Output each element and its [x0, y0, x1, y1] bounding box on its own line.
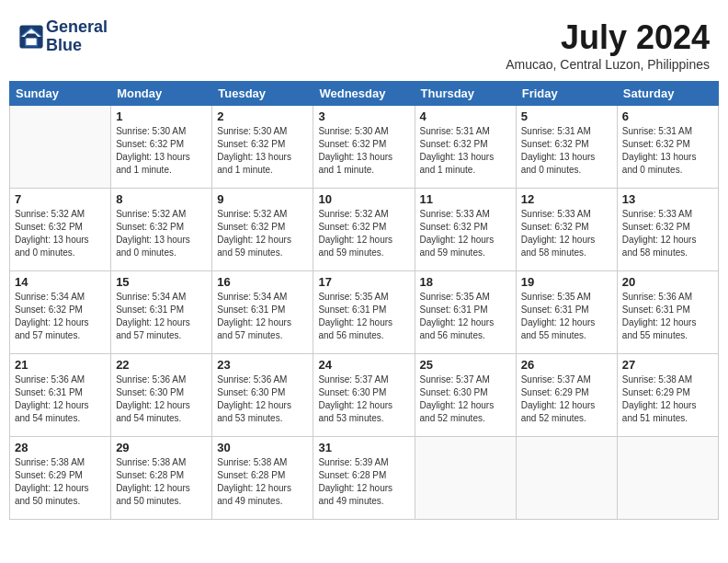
day-info: Sunrise: 5:33 AM Sunset: 6:32 PM Dayligh…: [521, 208, 612, 259]
day-number: 21: [15, 358, 106, 372]
day-number: 30: [217, 441, 308, 454]
logo-text: General Blue: [46, 18, 108, 55]
calendar-cell: 16Sunrise: 5:34 AM Sunset: 6:31 PM Dayli…: [212, 271, 313, 354]
day-info: Sunrise: 5:35 AM Sunset: 6:31 PM Dayligh…: [420, 291, 511, 342]
day-info: Sunrise: 5:30 AM Sunset: 6:32 PM Dayligh…: [217, 125, 308, 177]
calendar-cell: 11Sunrise: 5:33 AM Sunset: 6:32 PM Dayli…: [415, 189, 516, 271]
day-number: 22: [116, 358, 207, 372]
day-number: 26: [521, 358, 612, 372]
calendar-cell: 17Sunrise: 5:35 AM Sunset: 6:31 PM Dayli…: [313, 271, 415, 354]
day-info: Sunrise: 5:37 AM Sunset: 6:30 PM Dayligh…: [318, 373, 409, 425]
day-info: Sunrise: 5:31 AM Sunset: 6:32 PM Dayligh…: [420, 125, 511, 177]
day-number: 12: [521, 192, 612, 206]
day-number: 2: [217, 109, 308, 123]
day-info: Sunrise: 5:30 AM Sunset: 6:32 PM Dayligh…: [318, 125, 409, 177]
calendar-cell: 14Sunrise: 5:34 AM Sunset: 6:32 PM Dayli…: [10, 271, 111, 354]
day-info: Sunrise: 5:33 AM Sunset: 6:32 PM Dayligh…: [622, 208, 713, 259]
day-info: Sunrise: 5:32 AM Sunset: 6:32 PM Dayligh…: [116, 208, 207, 259]
calendar-cell: 9Sunrise: 5:32 AM Sunset: 6:32 PM Daylig…: [212, 189, 313, 271]
calendar-cell: [617, 437, 718, 520]
day-info: Sunrise: 5:31 AM Sunset: 6:32 PM Dayligh…: [622, 125, 713, 177]
calendar-cell: 13Sunrise: 5:33 AM Sunset: 6:32 PM Dayli…: [617, 189, 718, 271]
calendar-cell: 21Sunrise: 5:36 AM Sunset: 6:31 PM Dayli…: [10, 354, 111, 437]
column-header-saturday: Saturday: [617, 82, 718, 106]
day-info: Sunrise: 5:32 AM Sunset: 6:32 PM Dayligh…: [217, 208, 308, 259]
calendar-cell: 10Sunrise: 5:32 AM Sunset: 6:32 PM Dayli…: [313, 189, 415, 271]
day-number: 1: [116, 109, 207, 123]
column-header-monday: Monday: [111, 82, 212, 106]
day-info: Sunrise: 5:32 AM Sunset: 6:32 PM Dayligh…: [15, 208, 106, 259]
day-number: 10: [318, 192, 409, 206]
calendar-cell: [516, 437, 617, 520]
calendar-cell: 22Sunrise: 5:36 AM Sunset: 6:30 PM Dayli…: [111, 354, 212, 437]
calendar-cell: 25Sunrise: 5:37 AM Sunset: 6:30 PM Dayli…: [415, 354, 516, 437]
day-number: 24: [318, 358, 409, 372]
column-header-thursday: Thursday: [415, 82, 516, 106]
calendar-header-row: SundayMondayTuesdayWednesdayThursdayFrid…: [10, 82, 719, 106]
column-header-friday: Friday: [516, 82, 617, 106]
calendar-cell: 1Sunrise: 5:30 AM Sunset: 6:32 PM Daylig…: [111, 106, 212, 189]
calendar-cell: 18Sunrise: 5:35 AM Sunset: 6:31 PM Dayli…: [415, 271, 516, 354]
day-info: Sunrise: 5:36 AM Sunset: 6:30 PM Dayligh…: [217, 373, 308, 425]
day-number: 6: [622, 109, 713, 123]
title-section: July 2024 Amucao, Central Luzon, Philipp…: [506, 18, 710, 72]
day-info: Sunrise: 5:36 AM Sunset: 6:31 PM Dayligh…: [622, 291, 713, 342]
calendar-cell: 30Sunrise: 5:38 AM Sunset: 6:28 PM Dayli…: [212, 437, 313, 520]
day-number: 7: [15, 192, 106, 206]
location-title: Amucao, Central Luzon, Philippines: [506, 57, 710, 72]
day-info: Sunrise: 5:30 AM Sunset: 6:32 PM Dayligh…: [116, 125, 207, 177]
day-number: 14: [15, 275, 106, 289]
day-info: Sunrise: 5:31 AM Sunset: 6:32 PM Dayligh…: [521, 125, 612, 177]
week-row-3: 14Sunrise: 5:34 AM Sunset: 6:32 PM Dayli…: [10, 271, 719, 354]
month-title: July 2024: [506, 18, 710, 57]
calendar-cell: 8Sunrise: 5:32 AM Sunset: 6:32 PM Daylig…: [111, 189, 212, 271]
calendar-cell: 31Sunrise: 5:39 AM Sunset: 6:28 PM Dayli…: [313, 437, 415, 520]
day-info: Sunrise: 5:37 AM Sunset: 6:29 PM Dayligh…: [521, 373, 612, 425]
day-number: 23: [217, 358, 308, 372]
calendar-cell: 6Sunrise: 5:31 AM Sunset: 6:32 PM Daylig…: [617, 106, 718, 189]
day-info: Sunrise: 5:32 AM Sunset: 6:32 PM Dayligh…: [318, 208, 409, 259]
calendar-cell: 23Sunrise: 5:36 AM Sunset: 6:30 PM Dayli…: [212, 354, 313, 437]
day-info: Sunrise: 5:38 AM Sunset: 6:28 PM Dayligh…: [217, 456, 308, 508]
week-row-5: 28Sunrise: 5:38 AM Sunset: 6:29 PM Dayli…: [10, 437, 719, 520]
calendar-cell: 27Sunrise: 5:38 AM Sunset: 6:29 PM Dayli…: [617, 354, 718, 437]
calendar-cell: 12Sunrise: 5:33 AM Sunset: 6:32 PM Dayli…: [516, 189, 617, 271]
calendar-cell: 7Sunrise: 5:32 AM Sunset: 6:32 PM Daylig…: [10, 189, 111, 271]
day-number: 19: [521, 275, 612, 289]
day-number: 11: [420, 192, 511, 206]
day-number: 31: [318, 441, 409, 454]
week-row-2: 7Sunrise: 5:32 AM Sunset: 6:32 PM Daylig…: [10, 189, 719, 271]
calendar-cell: 4Sunrise: 5:31 AM Sunset: 6:32 PM Daylig…: [415, 106, 516, 189]
week-row-1: 1Sunrise: 5:30 AM Sunset: 6:32 PM Daylig…: [10, 106, 719, 189]
day-info: Sunrise: 5:34 AM Sunset: 6:31 PM Dayligh…: [217, 291, 308, 342]
calendar-cell: 19Sunrise: 5:35 AM Sunset: 6:31 PM Dayli…: [516, 271, 617, 354]
day-info: Sunrise: 5:39 AM Sunset: 6:28 PM Dayligh…: [318, 456, 409, 508]
day-info: Sunrise: 5:35 AM Sunset: 6:31 PM Dayligh…: [521, 291, 612, 342]
calendar-cell: 5Sunrise: 5:31 AM Sunset: 6:32 PM Daylig…: [516, 106, 617, 189]
day-info: Sunrise: 5:34 AM Sunset: 6:31 PM Dayligh…: [116, 291, 207, 342]
calendar-cell: 29Sunrise: 5:38 AM Sunset: 6:28 PM Dayli…: [111, 437, 212, 520]
day-number: 28: [15, 441, 106, 454]
day-number: 18: [420, 275, 511, 289]
logo: General Blue: [18, 18, 108, 55]
day-info: Sunrise: 5:37 AM Sunset: 6:30 PM Dayligh…: [420, 373, 511, 425]
page-header: General Blue July 2024 Amucao, Central L…: [9, 9, 719, 76]
day-info: Sunrise: 5:38 AM Sunset: 6:29 PM Dayligh…: [622, 373, 713, 425]
week-row-4: 21Sunrise: 5:36 AM Sunset: 6:31 PM Dayli…: [10, 354, 719, 437]
day-number: 8: [116, 192, 207, 206]
column-header-sunday: Sunday: [10, 82, 111, 106]
calendar: SundayMondayTuesdayWednesdayThursdayFrid…: [9, 81, 719, 520]
day-number: 17: [318, 275, 409, 289]
calendar-cell: 20Sunrise: 5:36 AM Sunset: 6:31 PM Dayli…: [617, 271, 718, 354]
day-number: 16: [217, 275, 308, 289]
day-number: 15: [116, 275, 207, 289]
day-number: 27: [622, 358, 713, 372]
calendar-cell: [10, 106, 111, 189]
day-info: Sunrise: 5:36 AM Sunset: 6:31 PM Dayligh…: [15, 373, 106, 425]
calendar-cell: 3Sunrise: 5:30 AM Sunset: 6:32 PM Daylig…: [313, 106, 415, 189]
day-number: 20: [622, 275, 713, 289]
calendar-cell: 24Sunrise: 5:37 AM Sunset: 6:30 PM Dayli…: [313, 354, 415, 437]
day-info: Sunrise: 5:36 AM Sunset: 6:30 PM Dayligh…: [116, 373, 207, 425]
calendar-cell: [415, 437, 516, 520]
day-number: 5: [521, 109, 612, 123]
